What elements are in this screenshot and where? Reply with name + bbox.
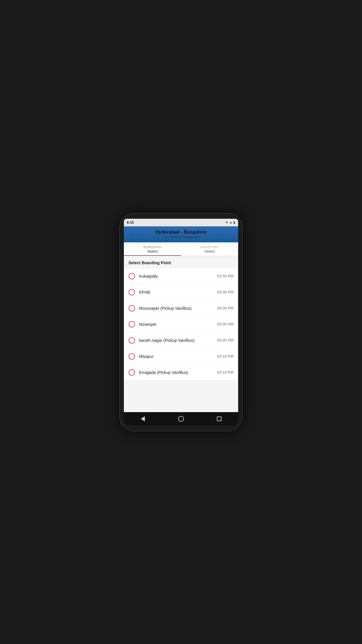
radio-button[interactable] bbox=[129, 289, 135, 295]
boarding-item[interactable]: Erragada (Pickup Van/Bus)03:10 PM bbox=[124, 365, 238, 381]
radio-button[interactable] bbox=[129, 273, 135, 279]
boarding-point-name: KPHB bbox=[139, 290, 215, 295]
section-header: Select Boarding Point bbox=[124, 256, 238, 268]
battery-icon: ▮ bbox=[233, 221, 235, 224]
status-time: 6:15 bbox=[127, 220, 134, 225]
toolbar: ← Hyderabad - Bangalore 1+2, Premium Sle… bbox=[124, 226, 238, 242]
boarding-point-time: 03:10 PM bbox=[217, 370, 233, 374]
status-bar: 6:15 ▼ ▲ ▮ bbox=[124, 219, 238, 226]
tab-boarding-label: BOARDING bbox=[124, 245, 181, 249]
tab-dropping-sublabel: Select bbox=[181, 249, 238, 253]
home-nav-icon bbox=[178, 416, 184, 422]
signal-icon: ▲ bbox=[229, 221, 232, 224]
radio-button[interactable] bbox=[129, 337, 135, 344]
content-area: Select Boarding Point Kukatpally02:50 PM… bbox=[124, 256, 238, 412]
tabs-container: BOARDING Select DROPPING Select bbox=[124, 242, 238, 256]
recent-nav-icon bbox=[217, 416, 222, 421]
tab-dropping[interactable]: DROPPING Select bbox=[181, 242, 238, 256]
toolbar-title-area: Hyderabad - Bangalore 1+2, Premium Sleep… bbox=[124, 230, 238, 239]
radio-button[interactable] bbox=[129, 305, 135, 312]
boarding-item[interactable]: Nizampet03:05 PM bbox=[124, 316, 238, 332]
boarding-point-name: barath nagar (Pickup Van/Bus) bbox=[139, 338, 215, 343]
boarding-item[interactable]: KPHB03:00 PM bbox=[124, 284, 238, 300]
tab-dropping-label: DROPPING bbox=[181, 245, 238, 249]
tab-boarding-sublabel: Select bbox=[124, 249, 181, 253]
boarding-list: Kukatpally02:50 PMKPHB03:00 PMMooosapet … bbox=[124, 268, 238, 381]
back-button[interactable]: ← bbox=[129, 230, 136, 238]
boarding-point-time: 03:00 PM bbox=[217, 306, 233, 310]
boarding-item[interactable]: Mooosapet (Pickup Van/Bus)03:00 PM bbox=[124, 300, 238, 316]
boarding-point-time: 03:05 PM bbox=[217, 322, 233, 326]
radio-button[interactable] bbox=[129, 369, 135, 376]
status-icons: ▼ ▲ ▮ bbox=[225, 221, 235, 224]
bottom-nav bbox=[124, 412, 238, 426]
boarding-point-name: Miyapur bbox=[139, 354, 215, 359]
boarding-point-time: 02:50 PM bbox=[217, 274, 233, 278]
nav-back-button[interactable] bbox=[138, 414, 148, 423]
tab-boarding[interactable]: BOARDING Select bbox=[124, 242, 181, 256]
phone-shell: 6:15 ▼ ▲ ▮ ← Hyderabad - Bangalore 1+2, … bbox=[120, 214, 242, 431]
nav-recent-button[interactable] bbox=[214, 414, 224, 423]
boarding-item[interactable]: barath nagar (Pickup Van/Bus)03:05 PM bbox=[124, 332, 238, 349]
toolbar-title: Hyderabad - Bangalore bbox=[124, 230, 238, 235]
radio-button[interactable] bbox=[129, 321, 135, 328]
phone-screen: 6:15 ▼ ▲ ▮ ← Hyderabad - Bangalore 1+2, … bbox=[124, 219, 238, 426]
boarding-point-name: Kukatpally bbox=[139, 274, 215, 279]
radio-button[interactable] bbox=[129, 353, 135, 360]
boarding-point-name: Mooosapet (Pickup Van/Bus) bbox=[139, 306, 215, 311]
back-nav-icon bbox=[141, 416, 145, 421]
boarding-item[interactable]: Kukatpally02:50 PM bbox=[124, 268, 238, 284]
toolbar-subtitle: 1+2, Premium Sleeper,AC bbox=[124, 235, 238, 239]
nav-home-button[interactable] bbox=[176, 414, 186, 423]
boarding-point-time: 03:05 PM bbox=[217, 338, 233, 342]
boarding-point-time: 03:10 PM bbox=[217, 354, 233, 358]
section-title: Select Boarding Point bbox=[129, 260, 171, 265]
boarding-point-time: 03:00 PM bbox=[217, 290, 233, 294]
wifi-icon: ▼ bbox=[225, 221, 228, 224]
boarding-point-name: Nizampet bbox=[139, 322, 215, 327]
boarding-item[interactable]: Miyapur03:10 PM bbox=[124, 349, 238, 365]
boarding-point-name: Erragada (Pickup Van/Bus) bbox=[139, 370, 215, 375]
